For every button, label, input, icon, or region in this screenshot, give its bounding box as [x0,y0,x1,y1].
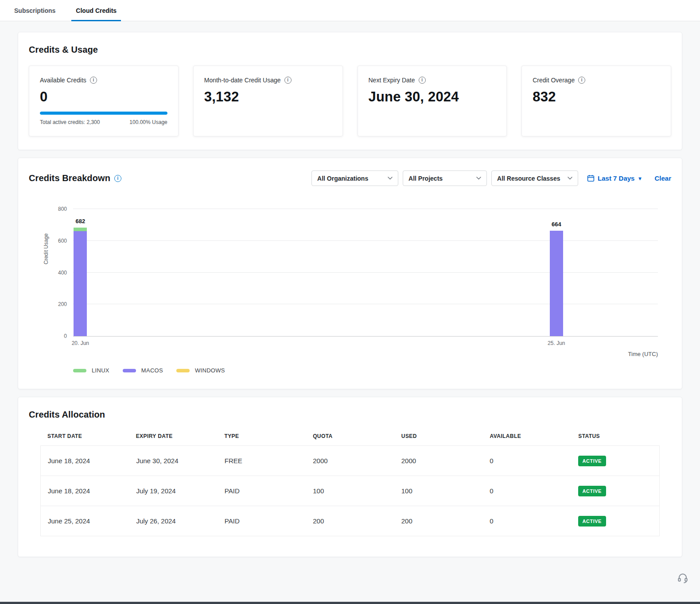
cell-type: FREE [218,457,306,465]
col-quota: QUOTA [306,433,394,439]
top-tab-bar: Subscriptions Cloud Credits [0,0,700,21]
cell-start-date: June 25, 2024 [41,517,129,525]
col-start-date: START DATE [40,433,129,439]
date-range-value: Last 7 Days [598,174,634,182]
chart-legend: LINUXMACOSWINDOWS [73,367,671,374]
legend-label: LINUX [92,367,109,374]
y-tick-label: 0 [64,333,67,339]
credits-usage-progress-fill [40,112,167,115]
credits-allocation-card: Credits Allocation START DATE EXPIRY DAT… [18,397,682,557]
col-status: STATUS [571,433,660,439]
legend-item-macos[interactable]: MACOS [123,367,163,374]
stat-value: 832 [533,89,660,105]
info-icon[interactable]: i [114,175,121,182]
col-used: USED [394,433,483,439]
projects-filter-value: All Projects [408,175,443,182]
organizations-filter-value: All Organizations [317,175,368,182]
cell-available: 0 [482,457,571,465]
date-range-filter[interactable]: Last 7 Days ▾ [587,174,641,182]
page-content: Credits & Usage Available Credits i 0 To… [0,21,700,557]
legend-swatch [176,369,190,372]
info-icon[interactable]: i [284,77,292,84]
x-tick-label: 25. Jun [548,340,565,346]
resource-classes-filter-value: All Resource Classes [497,175,560,182]
table-row: June 18, 2024 June 30, 2024 FREE 2000 20… [40,445,660,476]
col-expiry-date: EXPIRY DATE [129,433,218,439]
legend-swatch [73,369,86,372]
chevron-down-icon [388,177,393,180]
stat-value: June 30, 2024 [369,89,496,105]
col-available: AVAILABLE [483,433,572,439]
stat-next-expiry-date: Next Expiry Date i June 30, 2024 [358,66,507,136]
support-chat-icon[interactable] [677,572,688,585]
credits-allocation-title: Credits Allocation [29,410,671,420]
legend-label: WINDOWS [195,367,225,374]
table-header-row: START DATE EXPIRY DATE TYPE QUOTA USED A… [40,433,660,439]
breakdown-filters: All Organizations All Projects All Resou… [307,170,671,186]
credits-breakdown-title: Credits Breakdown [29,173,110,183]
legend-swatch [123,369,136,372]
clear-filters-button[interactable]: Clear [654,174,671,182]
info-icon[interactable]: i [419,77,426,84]
cell-quota: 100 [306,487,394,495]
credits-usage-title: Credits & Usage [29,45,671,55]
usage-percent: 100.00% Usage [129,119,167,125]
stat-label: Next Expiry Date [369,77,415,84]
legend-label: MACOS [141,367,163,374]
chart-y-axis-label: Credit Usage [43,233,49,264]
col-type: TYPE [217,433,306,439]
chart-bar-20-jun[interactable]: 682 [74,228,87,336]
credit-usage-chart: Credit Usage 020040060080068220. Jun6642… [29,209,671,374]
table-row: June 25, 2024 July 26, 2024 PAID 200 200… [40,506,660,536]
cell-available: 0 [482,487,571,495]
resource-classes-filter[interactable]: All Resource Classes [491,170,578,186]
legend-item-linux[interactable]: LINUX [73,367,109,374]
stat-credit-overage: Credit Overage i 832 [521,66,671,136]
organizations-filter[interactable]: All Organizations [311,170,398,186]
y-tick-label: 400 [58,270,67,276]
info-icon[interactable]: i [578,77,585,84]
chart-plot-area: 020040060080068220. Jun66425. Jun [73,209,658,337]
gridline [73,272,658,273]
stat-label: Credit Overage [533,77,575,84]
cell-type: PAID [218,517,306,525]
cell-type: PAID [218,487,306,495]
total-active-credits: Total active credits: 2,300 [40,119,100,125]
y-tick-label: 800 [58,206,67,212]
gridline [73,209,658,209]
stat-value: 0 [40,89,167,105]
caret-down-icon: ▾ [638,175,641,182]
cell-start-date: June 18, 2024 [41,457,129,465]
credits-allocation-table: START DATE EXPIRY DATE TYPE QUOTA USED A… [40,433,660,536]
bar-segment-macos [74,231,87,336]
tab-subscriptions[interactable]: Subscriptions [10,0,60,21]
credits-breakdown-card: Credits Breakdown i All Organizations Al… [18,158,682,389]
bar-total-label: 664 [550,221,563,228]
cell-quota: 200 [306,517,394,525]
cell-available: 0 [482,517,571,525]
stats-row: Available Credits i 0 Total active credi… [29,66,671,136]
cell-start-date: June 18, 2024 [41,487,129,495]
chevron-down-icon [568,177,572,180]
table-row: June 18, 2024 July 19, 2024 PAID 100 100… [40,476,660,506]
tab-cloud-credits[interactable]: Cloud Credits [71,0,121,21]
info-icon[interactable]: i [90,77,97,84]
stat-value: 3,132 [204,89,332,105]
credits-usage-progress [40,112,167,115]
chart-x-axis-label: Time (UTC) [29,351,658,357]
stat-mtd-credit-usage: Month-to-date Credit Usage i 3,132 [193,66,343,136]
cell-used: 200 [394,517,482,525]
bar-total-label: 682 [74,218,87,225]
gridline [73,240,658,241]
legend-item-windows[interactable]: WINDOWS [176,367,225,374]
bar-segment-linux [74,228,87,231]
chart-bar-25-jun[interactable]: 664 [550,231,563,336]
cell-used: 100 [394,487,482,495]
projects-filter[interactable]: All Projects [403,170,487,186]
stat-available-credits: Available Credits i 0 Total active credi… [29,66,179,136]
y-tick-label: 200 [58,301,67,307]
cell-expiry-date: June 30, 2024 [129,457,217,465]
y-tick-label: 600 [58,238,67,244]
cell-used: 2000 [394,457,482,465]
x-tick-label: 20. Jun [72,340,89,346]
